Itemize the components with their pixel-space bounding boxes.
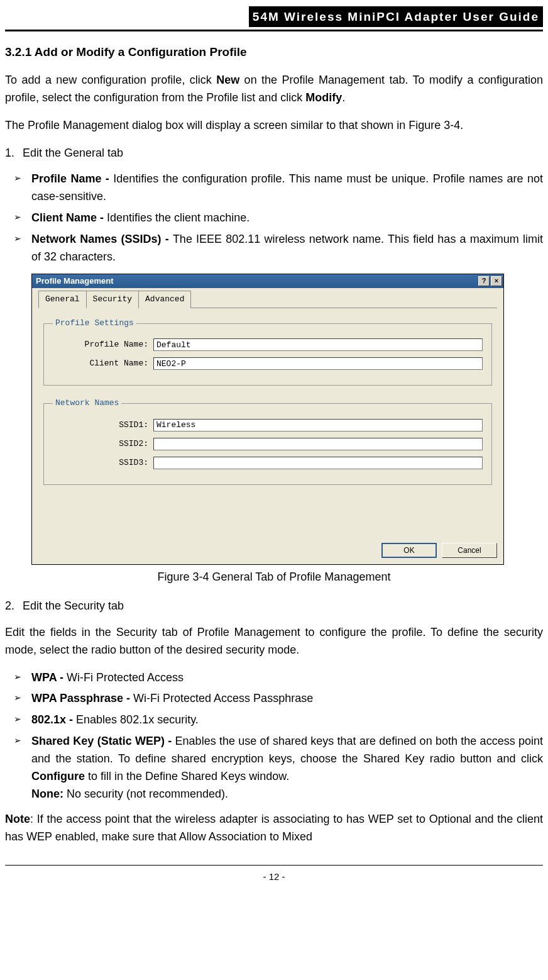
ok-button[interactable]: OK [381,543,437,558]
dialog-title: Profile Management [36,275,114,287]
profile-management-dialog-figure: Profile Management ? × General Security … [31,274,543,565]
modify-bold: Modify [305,91,342,104]
security-intro-paragraph: Edit the fields in the Security tab of P… [5,624,543,659]
footer-rule [5,865,543,866]
note-paragraph: Note: If the access point that the wirel… [5,811,543,846]
tab-advanced[interactable]: Advanced [138,291,191,308]
field-name: Client Name - [31,211,107,224]
group-legend: Profile Settings [53,317,136,330]
ssid3-input[interactable] [153,457,483,469]
header-rule [5,30,543,31]
dialog-body: General Security Advanced Profile Settin… [32,288,503,540]
list-item: Profile Name - Identifies the configurat… [5,170,543,206]
step-text: Edit the Security tab [23,599,124,612]
ssid3-row: SSID3: [53,457,483,469]
text: . [342,91,345,104]
field-desc: Identifies the client machine. [107,211,249,224]
mode-desc: Enables 802.1x security. [76,713,199,726]
none-label: None: [31,788,63,800]
cancel-button[interactable]: Cancel [442,543,497,558]
dialog-footer: OK Cancel [32,540,503,564]
page-number: - 12 - [5,869,543,884]
mode-name: WPA - [31,671,67,684]
profile-name-label: Profile Name: [53,338,153,351]
client-name-row: Client Name: [53,357,483,370]
tab-general[interactable]: General [38,291,87,308]
ssid2-label: SSID2: [53,438,153,450]
step-2: 2.Edit the Security tab [5,598,543,615]
mode-name: WPA Passphrase - [31,692,133,704]
ssid1-row: SSID1: [53,419,483,432]
profile-settings-group: Profile Settings Profile Name: Client Na… [43,317,492,386]
ssid2-row: SSID2: [53,438,483,450]
tab-security[interactable]: Security [86,291,139,308]
ssid3-label: SSID3: [53,457,153,469]
general-tab-field-list: Profile Name - Identifies the configurat… [5,170,543,265]
list-item: WPA Passphrase - Wi-Fi Protected Access … [5,690,543,708]
list-item: WPA - Wi-Fi Protected Access [5,669,543,687]
list-item: Shared Key (Static WEP) - Enables the us… [5,733,543,803]
section-heading: 3.2.1 Add or Modify a Configuration Prof… [5,43,543,61]
configure-bold: Configure [31,770,85,782]
close-button[interactable]: × [491,276,502,286]
profile-name-row: Profile Name: [53,338,483,351]
list-item: 802.1x - Enables 802.1x security. [5,711,543,729]
step-number: 2. [5,598,23,615]
intro-paragraph-2: The Profile Management dialog box will d… [5,117,543,135]
client-name-label: Client Name: [53,357,153,370]
none-desc: No security (not recommended). [63,788,228,800]
doc-title: 54M Wireless MiniPCI Adapter User Guide [249,6,543,27]
list-item: Client Name - Identifies the client mach… [5,209,543,227]
step-text: Edit the General tab [23,147,123,159]
ssid1-input[interactable] [153,419,483,432]
list-item: Network Names (SSIDs) - The IEEE 802.11 … [5,231,543,266]
mode-name: 802.1x - [31,713,76,726]
intro-paragraph-1: To add a new configuration profile, clic… [5,72,543,107]
note-text: : If the access point that the wireless … [5,813,543,843]
dialog-titlebar: Profile Management ? × [32,274,503,288]
ssid1-label: SSID1: [53,419,153,432]
step-number: 1. [5,145,23,162]
text: To add a new configuration profile, clic… [5,74,216,86]
mode-desc: Wi-Fi Protected Access [67,671,184,684]
profile-management-dialog: Profile Management ? × General Security … [31,274,504,565]
help-button[interactable]: ? [478,276,490,286]
step-1: 1.Edit the General tab [5,145,543,162]
network-names-group: Network Names SSID1: SSID2: SSID3: [43,397,492,485]
mode-desc: Wi-Fi Protected Access Passphrase [133,692,313,704]
new-bold: New [216,74,239,86]
titlebar-buttons: ? × [478,276,502,286]
mode-desc-post: to fill in the Define Shared Keys window… [85,770,289,782]
page-header: 54M Wireless MiniPCI Adapter User Guide [5,6,543,27]
security-mode-list: WPA - Wi-Fi Protected Access WPA Passphr… [5,669,543,803]
client-name-input[interactable] [153,357,483,370]
note-label: Note [5,813,30,825]
ssid2-input[interactable] [153,438,483,450]
field-name: Profile Name - [31,172,113,185]
field-name: Network Names (SSIDs) - [31,233,173,245]
group-legend: Network Names [53,397,121,409]
mode-name: Shared Key (Static WEP) - [31,735,175,747]
dialog-tabstrip: General Security Advanced [38,291,497,308]
profile-name-input[interactable] [153,338,483,351]
figure-caption: Figure 3-4 General Tab of Profile Manage… [5,569,543,586]
